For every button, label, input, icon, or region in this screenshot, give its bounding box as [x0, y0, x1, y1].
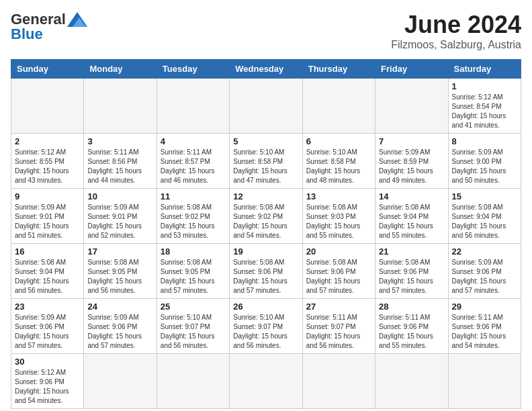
- calendar-cell: 10Sunrise: 5:09 AM Sunset: 9:01 PM Dayli…: [84, 189, 157, 244]
- calendar-week-5: 30Sunrise: 5:12 AM Sunset: 9:06 PM Dayli…: [11, 354, 521, 409]
- weekday-header-monday: Monday: [84, 60, 157, 79]
- calendar-cell: 17Sunrise: 5:08 AM Sunset: 9:05 PM Dayli…: [84, 244, 157, 299]
- calendar-cell: 1Sunrise: 5:12 AM Sunset: 8:54 PM Daylig…: [448, 79, 521, 134]
- day-info: Sunrise: 5:08 AM Sunset: 9:05 PM Dayligh…: [161, 258, 226, 295]
- page-header: General Blue June 2024 Filzmoos, Salzbur…: [11, 11, 521, 51]
- calendar-cell: 14Sunrise: 5:08 AM Sunset: 9:04 PM Dayli…: [375, 189, 448, 244]
- day-info: Sunrise: 5:10 AM Sunset: 9:07 PM Dayligh…: [233, 313, 298, 351]
- weekday-header-wednesday: Wednesday: [230, 60, 302, 79]
- day-number: 12: [233, 191, 298, 201]
- calendar-cell: [230, 79, 302, 134]
- calendar-cell: 20Sunrise: 5:08 AM Sunset: 9:06 PM Dayli…: [302, 244, 375, 299]
- calendar-cell: 28Sunrise: 5:11 AM Sunset: 9:06 PM Dayli…: [375, 299, 448, 354]
- day-info: Sunrise: 5:12 AM Sunset: 8:54 PM Dayligh…: [452, 93, 517, 130]
- calendar-cell: 7Sunrise: 5:09 AM Sunset: 8:59 PM Daylig…: [375, 134, 448, 189]
- day-number: 21: [379, 246, 444, 257]
- weekday-header-friday: Friday: [375, 60, 448, 79]
- day-number: 8: [452, 136, 517, 146]
- day-info: Sunrise: 5:08 AM Sunset: 9:06 PM Dayligh…: [306, 258, 371, 295]
- day-number: 6: [306, 136, 371, 146]
- calendar-cell: 21Sunrise: 5:08 AM Sunset: 9:06 PM Dayli…: [375, 244, 448, 299]
- day-number: 15: [452, 191, 517, 201]
- day-number: 26: [233, 302, 298, 312]
- day-number: 7: [379, 136, 444, 146]
- day-number: 2: [15, 136, 80, 146]
- weekday-header-row: SundayMondayTuesdayWednesdayThursdayFrid…: [11, 60, 521, 79]
- day-info: Sunrise: 5:11 AM Sunset: 8:56 PM Dayligh…: [87, 148, 152, 185]
- calendar-cell: 18Sunrise: 5:08 AM Sunset: 9:05 PM Dayli…: [157, 244, 229, 299]
- calendar-cell: [84, 354, 157, 409]
- day-info: Sunrise: 5:08 AM Sunset: 9:05 PM Dayligh…: [87, 258, 152, 295]
- calendar-cell: 25Sunrise: 5:10 AM Sunset: 9:07 PM Dayli…: [157, 299, 229, 354]
- day-info: Sunrise: 5:09 AM Sunset: 9:00 PM Dayligh…: [452, 148, 517, 185]
- calendar-cell: 15Sunrise: 5:08 AM Sunset: 9:04 PM Dayli…: [448, 189, 521, 244]
- day-info: Sunrise: 5:09 AM Sunset: 9:01 PM Dayligh…: [87, 203, 152, 240]
- calendar-cell: 24Sunrise: 5:09 AM Sunset: 9:06 PM Dayli…: [84, 299, 157, 354]
- day-info: Sunrise: 5:08 AM Sunset: 9:02 PM Dayligh…: [161, 203, 226, 240]
- calendar-table: SundayMondayTuesdayWednesdayThursdayFrid…: [11, 59, 521, 409]
- calendar-cell: [302, 79, 375, 134]
- day-info: Sunrise: 5:10 AM Sunset: 9:07 PM Dayligh…: [161, 313, 226, 351]
- day-info: Sunrise: 5:10 AM Sunset: 8:58 PM Dayligh…: [306, 148, 371, 185]
- calendar-cell: 6Sunrise: 5:10 AM Sunset: 8:58 PM Daylig…: [302, 134, 375, 189]
- weekday-header-tuesday: Tuesday: [157, 60, 229, 79]
- logo: General Blue: [11, 11, 87, 43]
- calendar-cell: 4Sunrise: 5:11 AM Sunset: 8:57 PM Daylig…: [157, 134, 229, 189]
- calendar-cell: 2Sunrise: 5:12 AM Sunset: 8:55 PM Daylig…: [11, 134, 84, 189]
- calendar-cell: 5Sunrise: 5:10 AM Sunset: 8:58 PM Daylig…: [230, 134, 302, 189]
- calendar-cell: 29Sunrise: 5:11 AM Sunset: 9:06 PM Dayli…: [448, 299, 521, 354]
- day-info: Sunrise: 5:08 AM Sunset: 9:06 PM Dayligh…: [233, 258, 298, 295]
- calendar-cell: [302, 354, 375, 409]
- calendar-cell: 13Sunrise: 5:08 AM Sunset: 9:03 PM Dayli…: [302, 189, 375, 244]
- calendar-cell: 26Sunrise: 5:10 AM Sunset: 9:07 PM Dayli…: [230, 299, 302, 354]
- day-info: Sunrise: 5:09 AM Sunset: 9:01 PM Dayligh…: [15, 203, 80, 240]
- day-info: Sunrise: 5:08 AM Sunset: 9:06 PM Dayligh…: [379, 258, 444, 295]
- day-info: Sunrise: 5:08 AM Sunset: 9:03 PM Dayligh…: [306, 203, 371, 240]
- day-info: Sunrise: 5:11 AM Sunset: 9:06 PM Dayligh…: [452, 313, 517, 351]
- calendar-cell: 12Sunrise: 5:08 AM Sunset: 9:02 PM Dayli…: [230, 189, 302, 244]
- title-section: June 2024 Filzmoos, Salzburg, Austria: [391, 11, 521, 51]
- calendar-week-3: 16Sunrise: 5:08 AM Sunset: 9:04 PM Dayli…: [11, 244, 521, 299]
- calendar-week-4: 23Sunrise: 5:09 AM Sunset: 9:06 PM Dayli…: [11, 299, 521, 354]
- calendar-cell: 19Sunrise: 5:08 AM Sunset: 9:06 PM Dayli…: [230, 244, 302, 299]
- calendar-cell: 9Sunrise: 5:09 AM Sunset: 9:01 PM Daylig…: [11, 189, 84, 244]
- day-number: 9: [15, 191, 80, 201]
- day-info: Sunrise: 5:08 AM Sunset: 9:04 PM Dayligh…: [15, 258, 80, 295]
- day-number: 20: [306, 246, 371, 257]
- logo-icon: [67, 12, 87, 27]
- day-number: 14: [379, 191, 444, 201]
- calendar-cell: [230, 354, 302, 409]
- day-number: 29: [452, 302, 517, 312]
- day-info: Sunrise: 5:09 AM Sunset: 8:59 PM Dayligh…: [379, 148, 444, 185]
- day-info: Sunrise: 5:08 AM Sunset: 9:02 PM Dayligh…: [233, 203, 298, 240]
- day-number: 24: [87, 302, 152, 312]
- day-number: 23: [15, 302, 80, 312]
- day-info: Sunrise: 5:11 AM Sunset: 9:07 PM Dayligh…: [306, 313, 371, 351]
- calendar-cell: 11Sunrise: 5:08 AM Sunset: 9:02 PM Dayli…: [157, 189, 229, 244]
- weekday-header-thursday: Thursday: [302, 60, 375, 79]
- day-info: Sunrise: 5:08 AM Sunset: 9:04 PM Dayligh…: [379, 203, 444, 240]
- calendar-week-0: 1Sunrise: 5:12 AM Sunset: 8:54 PM Daylig…: [11, 79, 521, 134]
- day-info: Sunrise: 5:09 AM Sunset: 9:06 PM Dayligh…: [15, 313, 80, 351]
- calendar-week-2: 9Sunrise: 5:09 AM Sunset: 9:01 PM Daylig…: [11, 189, 521, 244]
- location-subtitle: Filzmoos, Salzburg, Austria: [391, 39, 521, 51]
- day-info: Sunrise: 5:12 AM Sunset: 9:06 PM Dayligh…: [15, 368, 80, 406]
- day-info: Sunrise: 5:10 AM Sunset: 8:58 PM Dayligh…: [233, 148, 298, 185]
- day-number: 1: [452, 81, 517, 91]
- calendar-cell: [448, 354, 521, 409]
- day-number: 13: [306, 191, 371, 201]
- day-info: Sunrise: 5:11 AM Sunset: 9:06 PM Dayligh…: [379, 313, 444, 351]
- calendar-cell: 23Sunrise: 5:09 AM Sunset: 9:06 PM Dayli…: [11, 299, 84, 354]
- day-info: Sunrise: 5:12 AM Sunset: 8:55 PM Dayligh…: [15, 148, 80, 185]
- day-number: 16: [15, 246, 80, 257]
- calendar-cell: [157, 79, 229, 134]
- calendar-cell: 16Sunrise: 5:08 AM Sunset: 9:04 PM Dayli…: [11, 244, 84, 299]
- day-info: Sunrise: 5:09 AM Sunset: 9:06 PM Dayligh…: [452, 258, 517, 295]
- day-number: 11: [161, 191, 226, 201]
- calendar-cell: [157, 354, 229, 409]
- day-number: 28: [379, 302, 444, 312]
- weekday-header-saturday: Saturday: [448, 60, 521, 79]
- logo-blue-text: Blue: [11, 26, 43, 43]
- day-number: 3: [87, 136, 152, 146]
- calendar-cell: [84, 79, 157, 134]
